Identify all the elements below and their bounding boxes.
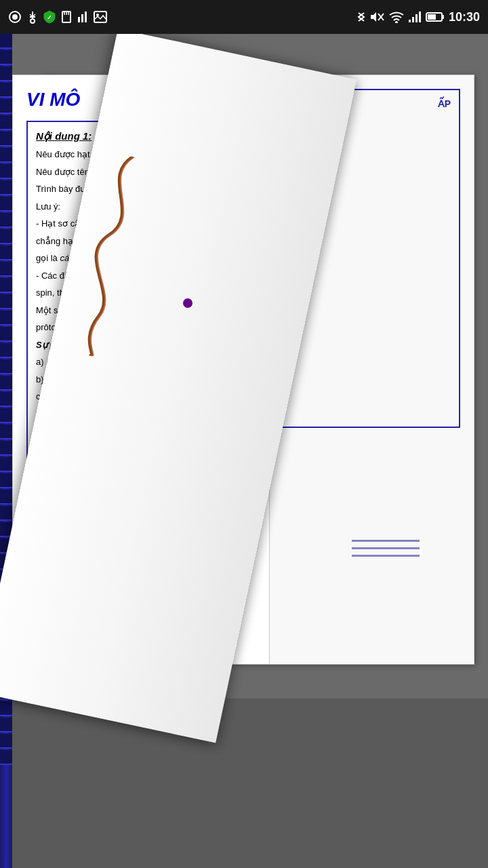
status-bar: ✓ [0,0,488,34]
svg-marker-17 [371,12,376,22]
svg-rect-14 [85,12,87,22]
svg-rect-27 [442,15,444,19]
bottom-area [0,698,488,868]
main-content: ẤP o thành cặp, mỗi cặp gồm u, còn một s… [0,34,488,868]
status-left-icons: ✓ [8,10,107,24]
svg-rect-13 [81,14,83,22]
wifi-icon [389,11,404,23]
signal-icon [408,11,422,23]
usb-icon [27,10,38,24]
svg-rect-24 [419,12,421,22]
left-spine [0,34,12,868]
bluetooth-icon [357,10,366,24]
svg-rect-21 [409,20,411,22]
svg-text:✓: ✓ [47,14,52,21]
memory-icon [61,10,72,24]
svg-rect-22 [412,17,414,22]
svg-point-1 [12,14,18,20]
power-icon [8,10,22,24]
spiral-decoration [352,540,420,562]
svg-rect-26 [428,14,436,20]
svg-point-20 [395,21,398,23]
shield-icon: ✓ [43,10,56,24]
battery-icon [426,12,445,22]
mute-icon [370,11,385,23]
picture-icon [94,11,107,23]
time-display: 10:30 [449,10,480,24]
svg-point-6 [30,19,35,23]
bars-icon [77,10,88,24]
status-right-icons: 10:30 [357,10,480,24]
svg-rect-23 [415,14,418,22]
purple-dot [183,298,192,308]
svg-rect-12 [78,17,80,22]
